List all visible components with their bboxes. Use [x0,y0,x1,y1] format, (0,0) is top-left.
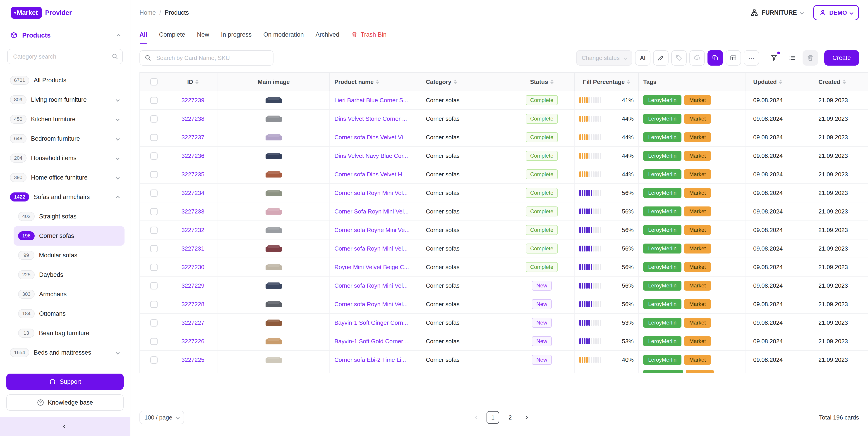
tab-trash-bin[interactable]: Trash Bin [351,25,387,44]
row-checkbox[interactable] [150,115,158,123]
sidebar-item-bedroom-furniture[interactable]: 648 Bedroom furniture [5,129,125,148]
row-checkbox[interactable] [150,264,158,271]
more-button[interactable]: ··· [744,50,759,66]
sort-icon[interactable] [376,79,379,84]
sidebar-item-home-office-furniture[interactable]: 390 Home office furniture [5,168,125,187]
product-id-link[interactable]: 3227237 [181,134,204,141]
support-button[interactable]: Support [6,374,124,390]
product-name-link[interactable]: Dins Velvet Navy Blue Cor... [334,153,408,160]
column-main-image[interactable]: Main image [218,73,330,91]
row-checkbox[interactable] [150,227,158,234]
sidebar-item-kitchen-furniture[interactable]: 450 Kitchen furniture [5,109,125,129]
product-id-link[interactable]: 3227229 [181,282,204,289]
product-name-link[interactable]: Corner sofa Dins Velvet H... [334,171,407,178]
product-id-link[interactable]: 3227226 [181,338,204,345]
sidebar-item-bean-bag-furniture[interactable]: 13 Bean bag furniture [13,324,125,343]
page-size-select[interactable]: 100 / page [140,411,184,424]
product-id-link[interactable]: 3227239 [181,97,204,104]
edit-button[interactable] [653,50,669,66]
product-name-link[interactable]: Corner sofa Dins Velvet Vi... [334,134,408,141]
sidebar-item-sofas-and-armchairs[interactable]: 1422 Sofas and armchairs [5,187,125,207]
tab-on-moderation[interactable]: On moderation [263,25,304,44]
select-all-checkbox[interactable] [150,78,158,86]
knowledge-base-button[interactable]: Knowledge base [6,394,124,411]
sidebar-collapse-button[interactable] [0,417,130,436]
product-name-link[interactable]: Corner sofa Royn Mini Vel... [334,190,408,197]
sidebar-item-daybeds[interactable]: 225 Daybeds [13,265,125,284]
breadcrumb-home[interactable]: Home [140,9,156,16]
sidebar-item-modular-sofas[interactable]: 99 Modular sofas [13,245,125,265]
column-created[interactable]: Created [811,73,868,91]
product-name-link[interactable]: Lieri Barhat Blue Corner S... [334,97,408,104]
product-name-link[interactable]: Bayvin-1 Soft Gold Corner ... [334,338,409,345]
row-checkbox[interactable] [150,208,158,215]
row-checkbox[interactable] [150,134,158,141]
sidebar-item-household-items[interactable]: 204 Household items [5,148,125,168]
sort-icon[interactable] [454,79,457,84]
page-button[interactable]: 2 [504,411,517,424]
sidebar-item-corner-sofas[interactable]: 196 Corner sofas [13,226,125,245]
tab-new[interactable]: New [197,25,209,44]
product-name-link[interactable]: Bayvin-1 Soft Ginger Corn... [334,319,408,326]
tab-all[interactable]: All [140,25,147,44]
tab-complete[interactable]: Complete [159,25,185,44]
page-button[interactable]: 1 [487,411,499,424]
sidebar-item-straight-sofas[interactable]: 402 Straight sofas [13,207,125,226]
row-checkbox[interactable] [150,319,158,327]
sort-icon[interactable] [550,79,554,84]
product-name-link[interactable]: Royne Mini Velvet Beige C... [334,264,409,271]
product-id-link[interactable]: 3227235 [181,171,204,178]
column-status[interactable]: Status [509,73,575,91]
product-id-link[interactable]: 3227225 [181,357,204,363]
filter-button[interactable] [766,50,782,66]
column-id[interactable]: ID [168,73,218,91]
product-name-link[interactable]: Corner sofa Royne Mini Ve... [334,227,409,234]
account-button[interactable]: DEMO [813,5,859,20]
category-search-input[interactable] [7,49,123,64]
workspace-select[interactable]: FURNITURE [751,9,803,16]
row-checkbox[interactable] [150,282,158,290]
table-view-button[interactable] [725,50,741,66]
tab-archived[interactable]: Archived [316,25,339,44]
row-checkbox[interactable] [150,301,158,308]
row-checkbox[interactable] [150,190,158,197]
product-name-link[interactable]: Corner sofa Ebi-2 Time Li... [334,357,406,363]
copy-button[interactable] [708,50,723,66]
prev-page-button[interactable] [472,411,482,424]
sidebar-item-ottomans[interactable]: 184 Ottomans [13,304,125,324]
product-id-link[interactable]: 3227234 [181,190,204,196]
tab-in-progress[interactable]: In progress [221,25,251,44]
sort-icon[interactable] [195,79,198,84]
column-updated[interactable]: Updated [746,73,811,91]
card-search-input[interactable] [140,50,274,66]
sidebar-products-header[interactable]: Products [0,25,130,45]
sidebar-item-beds-and-mattresses[interactable]: 1654 Beds and mattresses [5,343,125,362]
product-name-link[interactable]: Corner sofa Royn Mini Vel... [334,282,408,289]
row-checkbox[interactable] [150,153,158,160]
tag-button[interactable] [671,50,687,66]
column-product-name[interactable]: Product name [330,73,421,91]
sort-icon[interactable] [843,79,846,84]
sort-icon[interactable] [627,79,630,84]
product-id-link[interactable]: 3227236 [181,153,204,159]
sidebar-item-armchairs[interactable]: 303 Armchairs [13,284,125,304]
create-button[interactable]: Create [824,50,859,66]
product-id-link[interactable]: 3227238 [181,115,204,122]
ai-button[interactable]: AI [635,50,650,66]
row-checkbox[interactable] [150,171,158,178]
row-checkbox[interactable] [150,245,158,253]
column-fill-percentage[interactable]: Fill Percentage [575,73,639,91]
product-id-link[interactable]: 3227231 [181,245,204,252]
product-id-link[interactable]: 3227233 [181,208,204,215]
product-id-link[interactable]: 3227230 [181,264,204,270]
product-name-link[interactable]: Dins Velvet Stone Corner ... [334,115,407,122]
sort-icon[interactable] [779,79,782,84]
product-name-link[interactable]: Corner sofa Royn Mini Vel... [334,245,408,252]
product-name-link[interactable]: Corner sofa Royn Mini Vel... [334,301,408,308]
row-checkbox[interactable] [150,357,158,364]
column-tags[interactable]: Tags [639,73,746,91]
row-checkbox[interactable] [150,97,158,104]
product-id-link[interactable]: 3227228 [181,301,204,307]
sidebar-item-living-room-furniture[interactable]: 809 Living room furniture [5,90,125,109]
column-category[interactable]: Category [421,73,509,91]
